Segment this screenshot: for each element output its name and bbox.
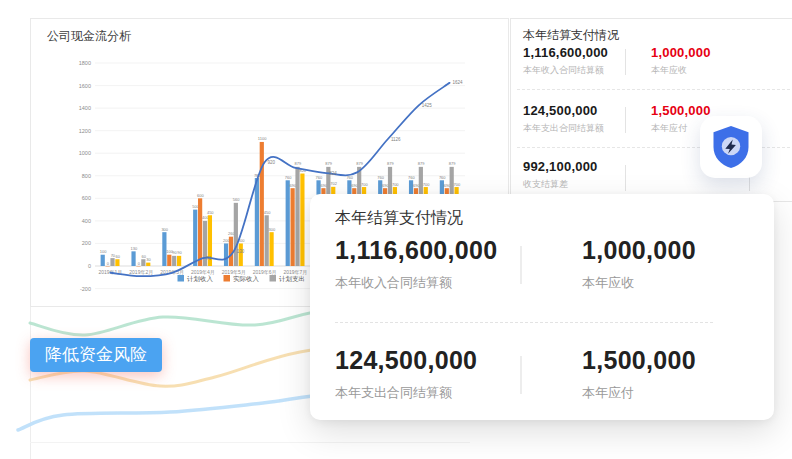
svg-text:560: 560 [233,197,240,202]
popup-income-settlement: 1,116,600,000 本年收入合同结算额 [335,236,497,292]
popup-payable-label: 本年应付 [582,384,696,402]
panel-receivable-label: 本年应收 [651,64,711,77]
divider [335,322,713,323]
svg-text:90: 90 [177,250,182,255]
svg-text:计划支出: 计划支出 [279,275,305,283]
svg-text:700: 700 [454,182,461,187]
svg-text:-200: -200 [80,286,91,292]
svg-text:300: 300 [161,227,168,232]
security-shield-card [700,116,762,178]
svg-text:1400: 1400 [79,105,91,111]
svg-text:计划收入: 计划收入 [187,275,214,282]
svg-text:1600: 1600 [79,83,91,89]
dashboard: 公司现金流分析 -2000200400600800100012001400160… [0,0,792,459]
svg-text:824: 824 [329,171,337,176]
svg-text:920: 920 [268,160,276,165]
popup-title: 本年结算支付情况 [335,208,463,229]
svg-text:实际收入: 实际收入 [233,275,260,283]
popup-expense-settlement: 124,500,000 本年支出合同结算额 [335,346,477,402]
svg-text:200: 200 [82,240,91,246]
svg-text:800: 800 [82,173,91,179]
panel-balance-label: 收支结算差 [523,178,598,191]
svg-text:70: 70 [206,256,212,261]
popup-expense-settlement-label: 本年支出合同结算额 [335,384,477,402]
popup-income-settlement-value: 1,116,600,000 [335,236,497,265]
svg-text:130: 130 [237,249,245,254]
svg-text:300: 300 [269,227,276,232]
svg-text:1200: 1200 [79,128,91,134]
svg-text:30: 30 [146,257,151,262]
svg-text:450: 450 [207,210,214,215]
svg-text:60: 60 [116,254,121,259]
settlement-popup: 本年结算支付情况 1,116,600,000 本年收入合同结算额 1,000,0… [310,194,774,420]
svg-text:1100: 1100 [258,136,267,141]
divider [625,165,626,191]
svg-text:1000: 1000 [79,150,91,156]
panel-receivable: 1,000,000 本年应收 [651,45,711,77]
svg-text:760: 760 [439,175,446,180]
svg-text:702: 702 [330,181,337,186]
svg-text:700: 700 [423,182,430,187]
svg-text:760: 760 [285,175,292,180]
panel-income-settlement: 1,116,600,000 本年收入合同结算额 [523,45,608,77]
popup-receivable: 1,000,000 本年应收 [582,236,696,292]
panel-expense-settlement-label: 本年支出合同结算额 [523,122,604,135]
svg-text:1800: 1800 [79,60,91,66]
svg-text:760: 760 [316,175,323,180]
divider [625,107,626,133]
popup-expense-settlement-value: 124,500,000 [335,346,477,375]
svg-text:879: 879 [418,161,425,166]
popup-payable-value: 1,500,000 [582,346,696,375]
shield-lightning-icon [710,124,752,170]
svg-text:700: 700 [361,182,368,187]
svg-text:760: 760 [408,175,415,180]
divider [625,49,626,75]
popup-receivable-label: 本年应收 [582,274,696,292]
svg-text:100: 100 [100,249,107,254]
settlement-panel-title: 本年结算支付情况 [523,27,619,44]
svg-text:700: 700 [392,182,399,187]
panel-payable-value: 1,500,000 [651,103,711,118]
svg-text:879: 879 [295,161,302,166]
svg-text:0: 0 [88,263,91,269]
svg-text:1624: 1624 [453,80,464,85]
popup-income-settlement-label: 本年收入合同结算额 [335,274,497,292]
popup-receivable-value: 1,000,000 [582,236,696,265]
svg-text:760: 760 [377,175,384,180]
svg-text:450: 450 [264,210,271,215]
divider [517,89,792,90]
panel-expense-settlement: 124,500,000 本年支出合同结算额 [523,103,604,135]
svg-text:1126: 1126 [391,137,401,142]
svg-text:0: 0 [138,261,141,266]
svg-text:0: 0 [107,261,110,266]
risk-reduction-badge: 降低资金风险 [30,338,162,372]
divider [520,246,522,284]
popup-payable: 1,500,000 本年应付 [582,346,696,402]
panel-expense-settlement-value: 124,500,000 [523,103,604,118]
panel-receivable-value: 1,000,000 [651,45,711,60]
svg-text:879: 879 [356,161,363,166]
panel-balance-value: 992,100,000 [523,159,598,174]
svg-text:600: 600 [82,195,91,201]
panel-income-settlement-value: 1,116,600,000 [523,45,608,60]
panel-balance: 992,100,000 收支结算差 [523,159,598,191]
svg-text:600: 600 [197,193,204,198]
svg-text:879: 879 [449,161,456,166]
panel-income-settlement-label: 本年收入合同结算额 [523,64,608,77]
svg-text:1425: 1425 [422,103,433,108]
svg-text:879: 879 [387,161,394,166]
divider [520,356,522,394]
svg-text:879: 879 [325,161,332,166]
svg-text:400: 400 [82,218,91,224]
svg-text:130: 130 [131,246,138,251]
